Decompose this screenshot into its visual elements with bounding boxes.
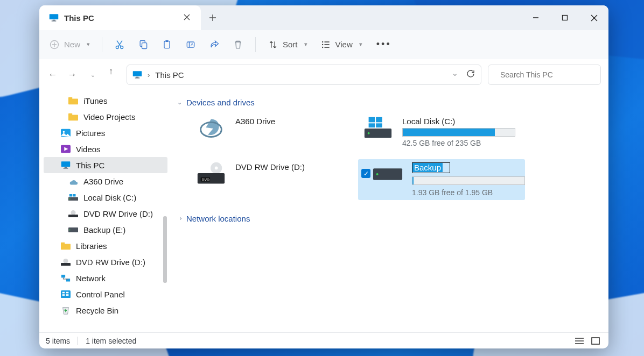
sidebar-item-label: This PC bbox=[76, 161, 104, 170]
drive-backup[interactable]: ✓ Backup 1.93 GB free of 1.95 GB bbox=[358, 159, 525, 200]
sidebar-item-label: Video Projects bbox=[83, 112, 135, 122]
share-button[interactable] bbox=[204, 36, 225, 53]
address-bar[interactable]: › This PC ⌄ bbox=[127, 65, 481, 85]
sidebar-item-label: DVD RW Drive (D:) bbox=[76, 258, 145, 267]
search-box[interactable] bbox=[488, 65, 601, 85]
content-pane[interactable]: ⌄ Devices and drives A360 Drive bbox=[167, 90, 608, 332]
svg-point-62 bbox=[376, 173, 379, 175]
sidebar-scrollbar[interactable] bbox=[163, 216, 167, 283]
svg-rect-42 bbox=[61, 275, 65, 277]
navigation-pane[interactable]: iTunes Video Projects Pictures Videos Th… bbox=[39, 90, 167, 332]
sidebar-item-a360[interactable]: A360 Drive bbox=[44, 173, 167, 189]
drive-a360[interactable]: A360 Drive bbox=[191, 113, 358, 151]
drive-local-c[interactable]: Local Disk (C:) 42.5 GB free of 235 GB bbox=[358, 113, 525, 151]
sidebar-item-network[interactable]: Network bbox=[44, 270, 167, 286]
svg-rect-27 bbox=[61, 161, 71, 167]
chevron-right-icon: ⌄ bbox=[176, 216, 183, 221]
sidebar-item-control-panel[interactable]: Control Panel bbox=[44, 286, 167, 302]
dvd-drive-icon: DVD bbox=[195, 162, 227, 186]
sidebar-item-label: iTunes bbox=[83, 96, 107, 105]
chevron-right-icon: › bbox=[148, 71, 150, 79]
breadcrumb-this-pc[interactable]: This PC bbox=[155, 70, 184, 80]
videos-icon bbox=[61, 144, 71, 154]
selection-check-icon[interactable]: ✓ bbox=[361, 169, 370, 178]
sidebar-item-label: Pictures bbox=[76, 129, 105, 138]
back-button[interactable]: ← bbox=[44, 66, 62, 84]
copy-button[interactable] bbox=[132, 36, 154, 53]
sort-label: Sort bbox=[283, 40, 298, 49]
sidebar-item-label: Control Panel bbox=[76, 290, 125, 299]
svg-point-34 bbox=[71, 210, 76, 215]
svg-rect-17 bbox=[136, 77, 139, 78]
svg-text:A: A bbox=[191, 42, 194, 47]
svg-rect-29 bbox=[64, 168, 68, 169]
cut-button[interactable] bbox=[109, 36, 130, 53]
close-window-button[interactable] bbox=[579, 5, 608, 30]
section-network-locations[interactable]: ⌄ Network locations bbox=[176, 211, 600, 226]
section-label: Network locations bbox=[186, 214, 250, 223]
monitor-icon bbox=[49, 13, 59, 23]
chevron-down-icon: ▾ bbox=[87, 41, 90, 48]
cloud-drive-icon bbox=[68, 176, 78, 186]
sidebar-item-backup[interactable]: Backup (E:) bbox=[44, 222, 167, 238]
tab-this-pc[interactable]: This PC bbox=[39, 5, 201, 30]
paste-button[interactable] bbox=[156, 36, 178, 53]
drive-label: DVD RW Drive (D:) bbox=[235, 162, 354, 172]
svg-rect-1 bbox=[53, 20, 55, 21]
tab-close-button[interactable] bbox=[180, 10, 193, 25]
refresh-button[interactable] bbox=[466, 69, 475, 81]
sidebar-item-dvd-rw[interactable]: DVD RW Drive (D:) bbox=[44, 205, 167, 222]
drive-label: Local Disk (C:) bbox=[402, 117, 521, 126]
large-icons-view-button[interactable] bbox=[589, 335, 602, 347]
rename-input[interactable]: Backup bbox=[412, 163, 443, 172]
section-devices[interactable]: ⌄ Devices and drives bbox=[176, 95, 600, 110]
folder-icon bbox=[68, 96, 78, 105]
cloud-drive-icon bbox=[195, 117, 227, 140]
drive-dvd[interactable]: DVD DVD RW Drive (D:) bbox=[191, 159, 358, 200]
sidebar-item-label: Backup (E:) bbox=[83, 225, 125, 234]
monitor-icon bbox=[61, 160, 71, 170]
svg-rect-0 bbox=[50, 14, 59, 19]
sidebar-item-pictures[interactable]: Pictures bbox=[44, 125, 167, 141]
sidebar-item-video-projects[interactable]: Video Projects bbox=[44, 109, 167, 125]
maximize-button[interactable] bbox=[550, 5, 579, 30]
new-button[interactable]: New ▾ bbox=[44, 36, 95, 53]
sidebar-item-label: Network bbox=[76, 274, 106, 283]
svg-rect-48 bbox=[66, 294, 68, 296]
svg-rect-21 bbox=[68, 97, 72, 100]
view-button[interactable]: View ▾ bbox=[315, 36, 368, 53]
delete-button[interactable] bbox=[227, 36, 249, 53]
svg-point-57 bbox=[215, 167, 218, 170]
search-input[interactable] bbox=[500, 70, 594, 79]
dvd-icon bbox=[68, 209, 78, 218]
svg-rect-41 bbox=[61, 263, 71, 266]
more-button[interactable]: ••• bbox=[370, 35, 398, 53]
sidebar-item-this-pc[interactable]: This PC bbox=[44, 157, 167, 173]
sidebar-item-videos[interactable]: Videos bbox=[44, 141, 167, 157]
details-view-button[interactable] bbox=[573, 335, 586, 347]
minimize-button[interactable] bbox=[521, 5, 550, 30]
forward-button[interactable]: → bbox=[63, 66, 81, 84]
sidebar-item-dvd-rw-2[interactable]: DVD RW Drive (D:) bbox=[44, 254, 167, 270]
sidebar-item-libraries[interactable]: Libraries bbox=[44, 238, 167, 254]
rename-button[interactable]: A bbox=[180, 36, 201, 53]
svg-point-40 bbox=[64, 259, 68, 264]
disk-icon bbox=[68, 193, 78, 202]
svg-rect-32 bbox=[73, 194, 75, 196]
sort-button[interactable]: Sort ▾ bbox=[262, 36, 313, 53]
svg-rect-10 bbox=[166, 40, 169, 41]
sidebar-item-local-disk[interactable]: Local Disk (C:) bbox=[44, 189, 167, 205]
new-label: New bbox=[64, 40, 80, 49]
windows-disk-icon bbox=[362, 117, 394, 140]
sidebar-item-label: Libraries bbox=[76, 241, 107, 251]
sidebar-item-recycle-bin[interactable]: Recycle Bin bbox=[44, 302, 167, 318]
recent-locations-button[interactable]: ⌄ bbox=[82, 66, 101, 84]
svg-point-14 bbox=[322, 44, 323, 45]
title-bar: This PC bbox=[39, 5, 608, 30]
new-tab-button[interactable] bbox=[201, 5, 225, 30]
sidebar-item-itunes[interactable]: iTunes bbox=[44, 92, 167, 109]
address-dropdown-button[interactable]: ⌄ bbox=[452, 69, 458, 81]
chevron-down-icon: ⌄ bbox=[177, 99, 182, 106]
up-button[interactable]: ↑ bbox=[102, 62, 120, 81]
chevron-down-icon: ▾ bbox=[304, 41, 307, 48]
